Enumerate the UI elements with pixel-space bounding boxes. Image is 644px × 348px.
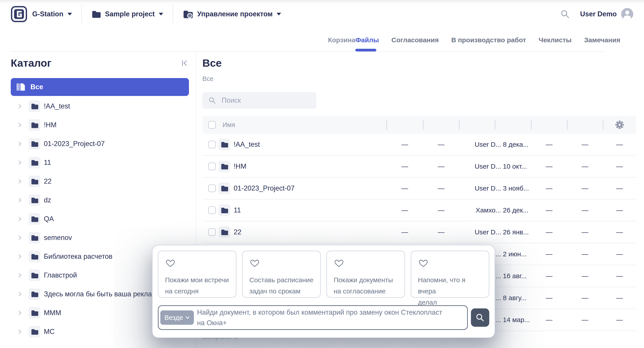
row-checkbox[interactable] — [208, 228, 216, 236]
folder-icon — [28, 176, 40, 187]
chevron-right-icon[interactable] — [17, 103, 23, 109]
suggestion-text: Покажи мои встречи на сегодня — [165, 274, 229, 297]
file-search[interactable] — [202, 92, 316, 109]
table-settings-button[interactable] — [603, 116, 636, 134]
chevron-right-icon[interactable] — [17, 141, 23, 147]
assistant-query-input[interactable]: Везде Найди документ, в котором был комм… — [158, 305, 468, 330]
catalog-title: Каталог — [11, 57, 52, 69]
cell-empty: — — [567, 228, 603, 236]
cell-empty: — — [567, 250, 603, 258]
collapse-sidebar-icon[interactable] — [181, 59, 189, 67]
chevron-right-icon[interactable] — [17, 272, 23, 278]
tree-item[interactable]: 11 — [11, 153, 189, 172]
module-switcher[interactable]: Управление проектом — [182, 9, 281, 19]
column-divider — [386, 116, 423, 134]
tree-item-label: 22 — [44, 177, 52, 186]
tab[interactable]: Файлы — [355, 36, 379, 44]
cell-empty: — — [603, 206, 636, 214]
divider — [82, 5, 82, 24]
chevron-right-icon[interactable] — [17, 310, 23, 316]
folder-icon — [28, 100, 40, 112]
search-icon[interactable] — [560, 9, 570, 19]
suggestion-card[interactable]: Составь расписание задач по срокам — [242, 251, 321, 298]
row-checkbox[interactable] — [208, 206, 216, 214]
tree-item[interactable]: 22 — [11, 172, 189, 191]
row-checkbox[interactable] — [208, 162, 216, 170]
library-icon — [16, 82, 26, 92]
table-row[interactable]: 01-2023_Project-07 — — User D... 3 нояб.… — [202, 178, 636, 200]
suggestion-card[interactable]: Напомни, что я вчера делал — [411, 251, 489, 298]
tree-item[interactable]: !HM — [11, 116, 189, 134]
cell-date: 8 дека... — [501, 141, 531, 148]
tab[interactable]: Чеклисты — [539, 36, 572, 44]
trash-link[interactable]: Корзина — [328, 36, 355, 44]
folder-icon — [28, 157, 40, 168]
cell-empty: — — [531, 294, 567, 302]
table-row[interactable]: !AA_test — — User D... 8 дека... — — — — [202, 134, 636, 156]
cell-empty: — — [386, 162, 423, 170]
cell-empty: — — [386, 206, 423, 214]
row-checkbox[interactable] — [208, 141, 216, 148]
tree-item[interactable]: !AA_test — [11, 97, 189, 116]
g-station-logo-icon — [11, 6, 27, 22]
avatar[interactable] — [621, 8, 633, 20]
tree-item[interactable]: 01-2023_Project-07 — [11, 134, 189, 153]
chevron-right-icon[interactable] — [17, 178, 23, 184]
cell-empty: — — [603, 250, 636, 258]
heart-icon — [165, 258, 176, 268]
search-input[interactable] — [222, 96, 311, 104]
row-checkbox[interactable] — [208, 184, 216, 192]
sidebar-item-all[interactable]: Все — [11, 78, 189, 96]
table-row[interactable]: 11 — — Хамхо... 26 дек... — — — — [202, 200, 636, 222]
folder-icon — [28, 138, 40, 150]
column-header-name: Имя — [222, 121, 235, 128]
user-name: User Demo — [580, 10, 617, 18]
chevron-down-icon — [68, 13, 72, 16]
project-switcher[interactable]: Sample project — [91, 10, 163, 19]
column-divider — [423, 116, 459, 134]
folder-icon — [218, 226, 230, 238]
suggestion-card[interactable]: Покажи документы на согласование — [326, 251, 405, 298]
cell-empty: — — [567, 184, 603, 192]
cell-empty: — — [603, 272, 636, 280]
tab[interactable]: В производство работ — [451, 36, 526, 44]
breadcrumb: Все — [202, 75, 636, 82]
cell-empty: — — [423, 228, 459, 236]
cell-author: User D... — [459, 184, 501, 192]
suggestion-card[interactable]: Покажи мои встречи на сегодня — [158, 251, 236, 298]
tab[interactable]: Замечания — [584, 36, 620, 44]
tree-item[interactable]: dz — [11, 191, 189, 210]
tree-item-label: 11 — [44, 158, 51, 166]
table-row[interactable]: !HM — — User D... 10 окт... — — — — [202, 156, 636, 178]
assistant-search-button[interactable] — [471, 308, 489, 327]
cell-empty: — — [531, 141, 567, 148]
chevron-right-icon[interactable] — [17, 291, 23, 297]
chevron-right-icon[interactable] — [17, 122, 23, 128]
cell-empty: — — [603, 184, 636, 192]
query-text[interactable]: Найди документ, в котором был комментари… — [197, 307, 448, 328]
assistant-input-row: Везде Найди документ, в котором был комм… — [158, 305, 489, 330]
chevron-right-icon[interactable] — [17, 160, 23, 166]
chevron-right-icon[interactable] — [17, 254, 23, 260]
tab[interactable]: Согласования — [392, 36, 439, 44]
app-switcher[interactable]: G-Station — [11, 6, 72, 22]
tree-item-label: QA — [44, 215, 54, 223]
chevron-right-icon[interactable] — [17, 235, 23, 241]
select-all-checkbox[interactable] — [208, 121, 216, 128]
folder-gear-icon — [182, 9, 193, 19]
tree-item[interactable]: QA — [11, 210, 189, 228]
column-divider — [567, 116, 603, 134]
column-divider — [459, 116, 495, 134]
tree-item-label: МС — [44, 328, 54, 336]
scope-dropdown[interactable]: Везде — [160, 310, 194, 325]
folder-icon — [218, 182, 230, 194]
suggestion-text: Напомни, что я вчера делал — [418, 274, 482, 308]
tree-item-label: Библиотека расчетов — [44, 252, 112, 260]
table-row[interactable]: 22 — — User D... 26 янв... — — — — [202, 222, 636, 243]
row-name: 11 — [234, 206, 241, 214]
tree-item[interactable]: semenov — [11, 228, 189, 247]
chevron-right-icon[interactable] — [17, 216, 23, 222]
chevron-right-icon[interactable] — [17, 329, 23, 334]
chevron-right-icon[interactable] — [17, 197, 23, 203]
folder-icon — [28, 232, 40, 244]
